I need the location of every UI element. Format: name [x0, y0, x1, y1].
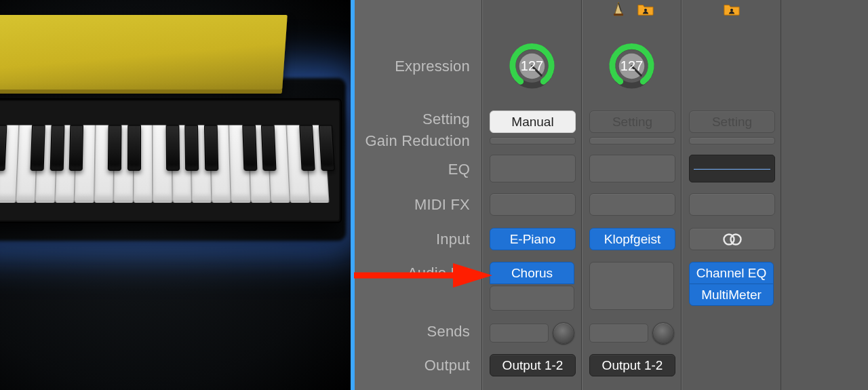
mixer-pane: Expression Setting Gain Reduction EQ MID… [355, 0, 868, 390]
label-expression: Expression [355, 58, 470, 75]
eq-thumbnail[interactable] [490, 155, 576, 182]
black-key[interactable] [165, 125, 180, 172]
gain-reduction-meter [689, 137, 775, 144]
svg-point-10 [730, 9, 732, 12]
user-folder-icon [637, 1, 654, 16]
label-audiofx: Audio FX [355, 265, 470, 282]
input-slot[interactable]: E-Piano [490, 228, 576, 250]
channel-strips: 127ManualE-PianoChorusOutput 1-2127Setti… [482, 0, 781, 390]
send-level-knob[interactable] [652, 322, 674, 344]
black-key[interactable] [108, 125, 122, 172]
stereo-icon [721, 233, 744, 246]
label-eq: EQ [355, 161, 470, 178]
black-key[interactable] [69, 125, 83, 172]
channel-strip-track-stereo-out: SettingChannel EQMultiMeter [682, 0, 781, 390]
black-key[interactable] [50, 125, 64, 172]
label-midifx: MIDI FX [355, 196, 470, 214]
strip-icons [483, 0, 581, 18]
send-level-knob[interactable] [553, 322, 574, 344]
black-key[interactable] [319, 125, 335, 172]
metronome-icon [610, 1, 627, 16]
black-key[interactable] [127, 125, 141, 172]
strip-icons [682, 0, 781, 18]
black-key[interactable] [185, 125, 199, 172]
label-setting: Setting [355, 111, 470, 128]
send-slot[interactable] [490, 324, 549, 343]
input-slot[interactable] [689, 228, 775, 250]
input-slot[interactable]: Klopfgeist [589, 228, 675, 250]
channel-strip-track-epiano: 127ManualE-PianoChorusOutput 1-2 [482, 0, 582, 390]
mixer-row-labels: Expression Setting Gain Reduction EQ MID… [355, 0, 482, 390]
svg-point-6 [644, 9, 646, 12]
expression-knob[interactable]: 127 [505, 39, 559, 93]
black-key[interactable] [31, 125, 45, 172]
piano-keyboard[interactable] [0, 124, 327, 200]
audiofx-slot[interactable] [589, 262, 674, 310]
channel-strip-track-klopfgeist: 127SettingKlopfgeistOutput 1-2 [582, 0, 682, 390]
instrument-preview-pane [0, 0, 353, 390]
output-slot[interactable]: Output 1-2 [589, 354, 675, 376]
setting-slot[interactable]: Setting [589, 111, 675, 133]
sends-row[interactable] [589, 323, 674, 343]
setting-slot[interactable]: Manual [490, 111, 576, 133]
sends-row[interactable] [490, 323, 574, 343]
strip-icons [583, 0, 681, 18]
audiofx-slot[interactable]: Channel EQMultiMeter [689, 262, 774, 306]
audiofx-insert[interactable]: Channel EQ [689, 262, 774, 284]
audiofx-insert[interactable]: MultiMeter [689, 284, 774, 306]
label-sends: Sends [355, 323, 470, 340]
midifx-slot[interactable] [689, 193, 775, 216]
midifx-slot[interactable] [589, 193, 675, 216]
black-key[interactable] [261, 125, 277, 172]
gain-reduction-meter [490, 137, 576, 144]
user-folder-icon [724, 1, 740, 16]
svg-rect-4 [614, 14, 623, 16]
audiofx-insert[interactable]: Chorus [490, 262, 574, 284]
sends-row[interactable] [689, 323, 774, 343]
expression-value: 127 [605, 39, 658, 93]
send-slot[interactable] [589, 324, 648, 343]
expression-knob[interactable]: 127 [605, 39, 658, 93]
output-slot[interactable]: Output 1-2 [490, 354, 576, 376]
black-key[interactable] [204, 125, 218, 172]
svg-point-12 [730, 234, 741, 244]
setting-slot[interactable]: Setting [689, 111, 775, 133]
midifx-slot[interactable] [490, 193, 576, 216]
expression-value: 127 [505, 39, 559, 93]
eq-thumbnail[interactable] [689, 155, 775, 182]
eq-thumbnail[interactable] [589, 155, 675, 182]
gain-reduction-meter [589, 137, 675, 144]
audiofx-slot[interactable]: Chorus [490, 262, 574, 311]
black-key[interactable] [242, 125, 257, 172]
label-input: Input [355, 231, 470, 248]
piano-top-panel [0, 15, 288, 90]
label-output: Output [355, 357, 470, 374]
app-screenshot: Expression Setting Gain Reduction EQ MID… [0, 0, 868, 390]
label-gain-reduction: Gain Reduction [355, 132, 470, 150]
